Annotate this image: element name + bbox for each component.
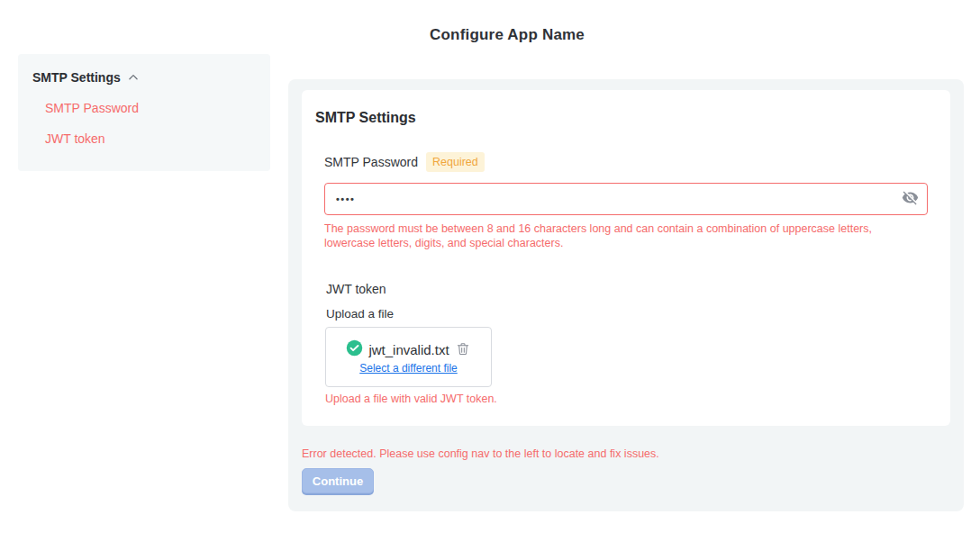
eye-off-icon [902, 189, 919, 209]
smtp-password-input[interactable] [324, 183, 928, 215]
delete-file-button[interactable] [455, 342, 471, 358]
required-badge: Required [426, 152, 485, 172]
uploaded-file-name: jwt_invalid.txt [368, 342, 449, 357]
sidebar-section-label: SMTP Settings [32, 70, 121, 85]
continue-button[interactable]: Continue [302, 468, 374, 493]
jwt-validation-message: Upload a file with valid JWT token. [325, 393, 497, 405]
smtp-password-input-wrap [324, 183, 928, 215]
card-heading: SMTP Settings [315, 110, 416, 126]
smtp-settings-card: SMTP Settings SMTP Password Required The… [302, 90, 950, 426]
page-title: Configure App Name [34, 26, 980, 44]
upload-file-label: Upload a file [326, 307, 394, 321]
chevron-up-icon [127, 71, 140, 84]
file-upload-box: jwt_invalid.txt Select a different file [325, 327, 492, 387]
password-visibility-toggle[interactable] [900, 189, 920, 209]
trash-icon [456, 341, 470, 359]
global-error-message: Error detected. Please use config nav to… [302, 447, 659, 460]
jwt-token-label: JWT token [326, 282, 386, 296]
sidebar-item-smtp-password[interactable]: SMTP Password [45, 101, 139, 115]
sidebar-item-jwt-token[interactable]: JWT token [45, 131, 105, 146]
uploaded-file-row: jwt_invalid.txt [346, 339, 470, 360]
smtp-password-label-row: SMTP Password Required [324, 152, 485, 172]
config-nav-sidebar: SMTP Settings SMTP Password JWT token [18, 54, 270, 171]
smtp-password-label: SMTP Password [324, 155, 418, 169]
sidebar-section-smtp-settings[interactable]: SMTP Settings [32, 70, 140, 85]
config-panel: SMTP Settings SMTP Password Required The… [288, 79, 964, 511]
check-circle-icon [346, 339, 363, 360]
select-different-file-link[interactable]: Select a different file [359, 362, 458, 375]
password-validation-message: The password must be between 8 and 16 ch… [324, 221, 921, 250]
